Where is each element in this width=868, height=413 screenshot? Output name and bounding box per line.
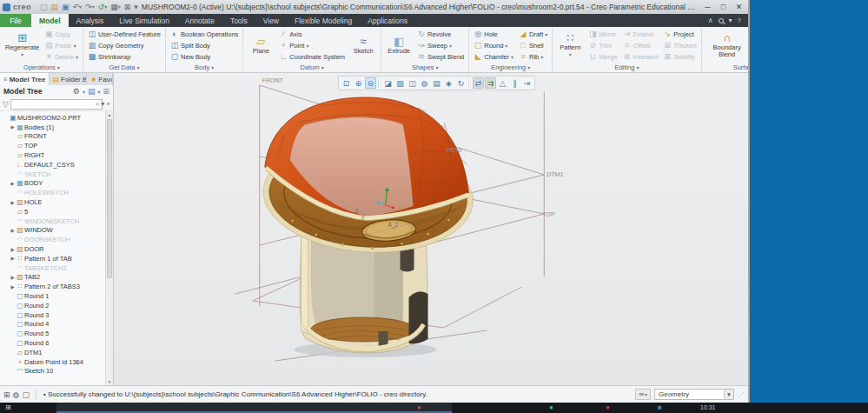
draft-button[interactable]: ◢Draft▾ xyxy=(517,29,549,39)
perspective-button[interactable]: △ xyxy=(497,77,508,89)
shrinkwrap-button[interactable]: ▩Shrinkwrap xyxy=(86,51,162,62)
graphics-area[interactable]: FRONT DTM1 TOP RIGHT xyxy=(114,73,748,385)
scroll-down-icon[interactable]: ▼ xyxy=(106,379,113,384)
sweep-button-arrow-icon[interactable]: ▾ xyxy=(449,43,452,49)
tree-item-window[interactable]: ▶▧WINDOW xyxy=(0,226,105,236)
undo-button[interactable]: ↶▾ xyxy=(72,3,83,11)
open-button[interactable]: ▤ xyxy=(50,3,60,11)
refit-button[interactable]: ⊡ xyxy=(341,77,352,89)
intersect-button[interactable]: ⊗Intersect xyxy=(621,51,660,62)
copy-button[interactable]: ▣Copy xyxy=(43,29,80,39)
tab-annotate[interactable]: Annotate xyxy=(177,14,222,27)
ribbon-group-label-datum[interactable]: Datum ▾ xyxy=(243,63,381,73)
trim-button[interactable]: ⊘Trim xyxy=(586,40,619,50)
chamfer-button[interactable]: ◣Chamfer▾ xyxy=(472,51,515,62)
tree-item-holesketch[interactable]: ◠HOLESKETCH xyxy=(0,188,105,197)
repaint-button[interactable]: ◪ xyxy=(382,77,394,89)
scroll-thumb[interactable] xyxy=(107,119,112,278)
tree-item-bodies-1-[interactable]: ▶▦Bodies (1) xyxy=(0,123,105,132)
shading-button[interactable]: ▨ xyxy=(394,77,406,89)
search-find-button[interactable]: ∞▾ xyxy=(635,389,651,400)
graphics-canvas[interactable]: FRONT DTM1 TOP RIGHT xyxy=(114,73,748,385)
tree-item-body[interactable]: ▶▦BODY xyxy=(0,179,105,189)
tab-live-simulation[interactable]: Live Simulation xyxy=(111,14,177,27)
close-window-button[interactable]: ⊠ xyxy=(123,3,132,11)
tree-item-default-csys[interactable]: ∟DEFAULT_CSYS xyxy=(0,160,105,170)
tree-item-round-2[interactable]: ▢Round 2 xyxy=(0,301,105,310)
full-screen-toggle-icon[interactable]: ▢ xyxy=(22,390,30,399)
resume-button[interactable]: ⇥ xyxy=(521,77,533,89)
expand-arrow-icon[interactable]: ▶ xyxy=(10,181,16,186)
saved-orientations-button[interactable]: ◍ xyxy=(419,77,430,89)
ribbon-group-label-operations[interactable]: Operations ▾ xyxy=(1,63,83,73)
tree-item-windowsketch[interactable]: ◠WINDOWSKETCH xyxy=(0,216,105,226)
delete-button[interactable]: ✕Delete▾ xyxy=(43,51,80,62)
revolve-button[interactable]: ↻Revolve xyxy=(415,29,466,39)
help-icon[interactable]: ? xyxy=(738,17,741,24)
tree-settings-icon[interactable]: ⚙ xyxy=(73,87,80,96)
pause-button[interactable]: ∥ xyxy=(509,77,520,89)
ribbon-group-label-editing[interactable]: Editing ▾ xyxy=(553,63,700,73)
redo-button[interactable]: ↷▾ xyxy=(84,3,96,11)
tab-file[interactable]: File xyxy=(0,14,31,27)
zoom-in-button[interactable]: ⊕ xyxy=(353,77,364,89)
ribbon-group-label-shapes[interactable]: Shapes ▾ xyxy=(381,63,468,73)
undo-button-arrow-icon[interactable]: ▾ xyxy=(79,3,82,11)
window-button[interactable]: ▦▾ xyxy=(109,3,122,11)
tab-analysis[interactable]: Analysis xyxy=(69,14,112,27)
app-icon-2[interactable]: ● xyxy=(549,403,553,412)
rib-button-arrow-icon[interactable]: ▾ xyxy=(540,54,543,60)
new-button[interactable]: ▢ xyxy=(39,3,49,11)
tab-model[interactable]: Model xyxy=(31,14,69,27)
filter-funnel-icon[interactable]: ▽ xyxy=(3,100,9,109)
tree-item-pattern-2-of-tabs3[interactable]: ▶∷Pattern 2 of TABS3 xyxy=(0,282,105,291)
tree-item-mushroom2-0-prt[interactable]: ▣MUSHROOM2-0.PRT xyxy=(0,113,105,123)
tree-scrollbar[interactable]: ▲ ▼ xyxy=(105,111,113,385)
app-icon-1[interactable]: ● xyxy=(417,403,421,412)
tree-item-hole[interactable]: ▶▧HOLE xyxy=(0,197,105,207)
regenerate-button[interactable]: ⊞Regenerate▾ xyxy=(3,32,41,58)
datum-label-dtm1[interactable]: DTM1 xyxy=(547,171,563,177)
resize-grip[interactable]: ⋰ xyxy=(738,391,745,398)
regenerate-qat-button-arrow-icon[interactable]: ▾ xyxy=(104,3,107,11)
annotation-display-button[interactable]: ◈ xyxy=(443,77,454,89)
start-icon[interactable]: ⊞ xyxy=(5,403,11,412)
tree-item-front[interactable]: ▱FRONT xyxy=(0,132,105,142)
tab-applications[interactable]: Applications xyxy=(360,14,415,27)
tree-item-tabsketch2[interactable]: ◠TABSKETCH2 xyxy=(0,263,105,273)
new-body-button[interactable]: ▢New Body xyxy=(169,51,240,62)
ribbon-group-label-body[interactable]: Body ▾ xyxy=(166,63,242,73)
expand-arrow-icon[interactable]: ▶ xyxy=(10,275,16,280)
user-defined-feature-button[interactable]: ◫User-Defined Feature xyxy=(86,29,162,39)
datum-label-front[interactable]: FRONT xyxy=(262,77,284,83)
nav-tab-favorites[interactable]: ★Favorites xyxy=(87,73,113,85)
extrude-button[interactable]: ◧Extrude xyxy=(384,36,414,55)
zoom-out-button[interactable]: ⊖ xyxy=(365,77,376,89)
taskbar-app-segment[interactable] xyxy=(56,403,452,413)
tree-item-sketch-10[interactable]: ◠Sketch 10 xyxy=(0,367,105,376)
point-button-arrow-icon[interactable]: ▾ xyxy=(306,43,308,49)
customize-button[interactable]: ▾ xyxy=(133,3,139,11)
ribbon-group-label-engineering[interactable]: Engineering ▾ xyxy=(469,63,552,73)
tree-show-icon[interactable]: ⊞ xyxy=(103,87,109,96)
axis-label-a2[interactable]: A_2 xyxy=(388,222,399,229)
tree-item-5[interactable]: ▱5 xyxy=(0,207,105,216)
tab-tools[interactable]: Tools xyxy=(222,14,255,27)
round-button-arrow-icon[interactable]: ▾ xyxy=(505,43,507,49)
rib-button[interactable]: ≡Rib▾ xyxy=(517,51,549,62)
tab-view[interactable]: View xyxy=(255,14,287,27)
nav-tab-folder-browser[interactable]: ▤Folder Browser xyxy=(50,73,88,85)
point-button[interactable]: +Point▾ xyxy=(277,40,347,50)
close-button[interactable]: ✕ xyxy=(732,1,745,13)
expand-arrow-icon[interactable]: ▶ xyxy=(10,247,16,252)
delete-button-arrow-icon[interactable]: ▾ xyxy=(76,54,78,60)
project-button[interactable]: ↘Project xyxy=(661,29,698,39)
tree-item-round-5[interactable]: ▢Round 5 xyxy=(0,329,105,338)
maximize-button[interactable]: □ xyxy=(717,1,730,13)
save-button[interactable]: ▣ xyxy=(61,3,70,11)
tree-columns-icon[interactable]: ▤ xyxy=(88,87,96,96)
offset-button[interactable]: ≡Offset xyxy=(621,40,660,50)
selection-filter-arrow-icon[interactable]: ▼ xyxy=(724,390,733,399)
swept-blend-button[interactable]: ≋Swept Blend xyxy=(415,51,466,62)
solidify-button[interactable]: ⊠Solidify xyxy=(661,51,698,62)
